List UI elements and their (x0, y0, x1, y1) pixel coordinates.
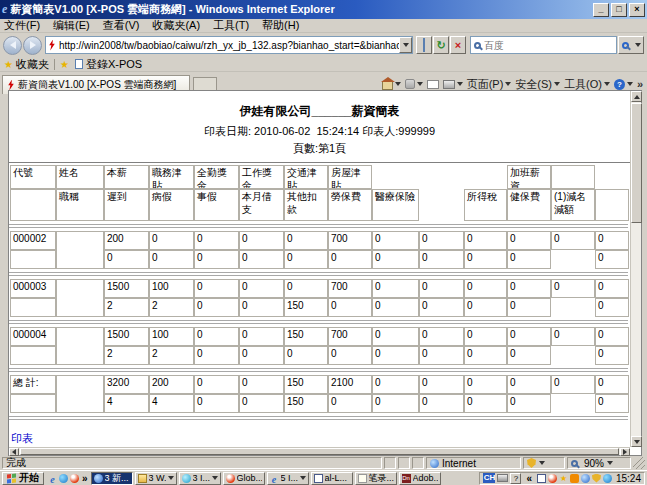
menu-item-5[interactable]: 帮助(H) (262, 18, 299, 33)
table-cell: 0 (419, 250, 464, 269)
menu-item-1[interactable]: 编辑(E) (53, 18, 90, 33)
table-cell: 0 (595, 327, 629, 346)
restore-button[interactable]: □ (611, 3, 627, 17)
row-separator (9, 320, 628, 324)
print-button[interactable] (443, 80, 463, 89)
table-cell: 0 (507, 375, 551, 394)
compatibility-view-button[interactable] (416, 36, 432, 54)
protected-mode-pane[interactable] (523, 457, 565, 469)
back-button[interactable] (3, 36, 22, 55)
table-cell: 0 (328, 346, 372, 365)
add-favorite-icon[interactable]: ★ (60, 59, 69, 70)
shield-icon[interactable] (592, 474, 601, 483)
table-cell: 2 (149, 346, 194, 365)
favorite-page-icon (75, 59, 83, 69)
start-label: 开始 (19, 471, 39, 485)
taskbar-button-4[interactable]: e5 I... (267, 472, 309, 485)
taskbar-button-5[interactable]: al-L... (311, 472, 353, 485)
help-tray-button[interactable]: ? (510, 473, 521, 484)
help-button[interactable]: ? (614, 79, 633, 90)
table-cell: 0 (507, 298, 551, 317)
favorites-button[interactable]: 收藏夹 (16, 57, 49, 72)
horizontal-scroll-thumb[interactable] (20, 448, 619, 455)
table-cell: 0 (595, 346, 629, 365)
taskbar-button-2[interactable]: 3 I... (179, 472, 221, 485)
messenger-icon[interactable] (59, 474, 68, 483)
title-bar: e 薪資簡表V1.00 [X-POS 雲端商務網] - Windows Inte… (0, 0, 647, 19)
employee-name (56, 375, 104, 413)
vertical-scroll-thumb[interactable] (631, 103, 642, 223)
taskbar-button-0[interactable]: 3 新... (91, 472, 133, 485)
forward-button[interactable] (23, 36, 42, 55)
header-cell: 病假 (149, 189, 194, 221)
quick-launch-overflow[interactable]: » (82, 473, 88, 484)
scroll-up-button[interactable] (631, 91, 642, 102)
status-bar: 完成 Internet 90% (0, 456, 647, 470)
stop-button[interactable]: × (450, 36, 466, 54)
language-indicator[interactable]: CH (483, 473, 495, 483)
table-cell: 0 (551, 327, 595, 346)
taskbar-button-3[interactable]: Glob... (223, 472, 265, 485)
table-cell: 0 (551, 279, 595, 298)
favorite-link[interactable]: 登錄X-POS (86, 57, 142, 72)
search-button[interactable] (618, 36, 644, 54)
globe-icon[interactable] (581, 474, 590, 483)
printer-tray-icon[interactable] (497, 474, 508, 482)
messenger-icon[interactable] (603, 474, 612, 483)
taskbar-button-6[interactable]: 笔录... (355, 472, 397, 485)
zoom-control[interactable]: 90% (567, 457, 631, 469)
scroll-left-button[interactable] (9, 448, 19, 456)
menu-item-4[interactable]: 工具(T) (213, 18, 249, 33)
header-cell: 本月借支 (239, 189, 284, 221)
employee-name (56, 327, 104, 365)
url-input[interactable] (59, 38, 399, 52)
notepad-icon (358, 474, 367, 483)
chevron-down-icon (403, 43, 409, 47)
horizontal-scrollbar[interactable] (9, 447, 630, 455)
update-icon[interactable] (570, 474, 579, 483)
qq-icon[interactable] (70, 474, 79, 483)
url-field[interactable] (45, 36, 413, 54)
taskbar-button-label: 3 I... (193, 473, 210, 483)
toolbar-overflow-button[interactable]: » (637, 78, 643, 90)
menu-item-3[interactable]: 收藏夹(A) (152, 18, 200, 33)
scroll-right-button[interactable] (620, 448, 630, 456)
qq-icon[interactable] (548, 474, 557, 483)
table-cell: 0 (507, 231, 551, 250)
table-cell: 0 (419, 346, 464, 365)
start-button[interactable]: 开始 (2, 472, 44, 485)
print-report-link[interactable]: 印表 (11, 431, 33, 446)
home-button[interactable] (382, 78, 401, 90)
taskbar-button-7[interactable]: DnAdob... (399, 472, 441, 485)
favorites-bar: ★ 收藏夹 ★ 登錄X-POS (0, 57, 647, 72)
search-box[interactable] (470, 36, 617, 54)
menu-item-2[interactable]: 查看(V) (103, 18, 140, 33)
url-dropdown-button[interactable] (399, 37, 412, 53)
menu-item-0[interactable]: 文件(F) (4, 18, 40, 33)
home-icon (382, 81, 393, 90)
minimize-button[interactable]: _ (593, 3, 609, 17)
star-icon[interactable]: ★ (559, 474, 568, 483)
window-title: 薪資簡表V1.00 [X-POS 雲端商務網] - Windows Intern… (10, 2, 591, 17)
read-mail-button[interactable] (427, 80, 439, 89)
arrow-right-icon (623, 449, 627, 455)
feeds-button[interactable] (405, 79, 423, 89)
table-cell: 0 (464, 279, 507, 298)
table-cell: 0 (372, 298, 419, 317)
resize-grip[interactable] (633, 457, 645, 469)
search-input[interactable] (484, 40, 616, 51)
taskbar: 开始 e » 3 新...3 W...3 I...Glob...e5 I...a… (0, 470, 647, 485)
header-cell: 工作獎金 (239, 165, 284, 189)
table-cell: 0 (372, 250, 419, 269)
status-text-pane: 完成 (2, 457, 382, 469)
ie-icon[interactable]: e (48, 474, 57, 483)
document-icon[interactable] (537, 474, 546, 483)
scroll-down-button[interactable] (631, 436, 642, 447)
vertical-scrollbar[interactable] (630, 91, 641, 447)
tray-collapse-button[interactable]: « (526, 473, 532, 484)
screen: { "window": { "title": "薪資簡表V1.00 [X-POS… (0, 0, 647, 485)
taskbar-button-1[interactable]: 3 W... (135, 472, 177, 485)
close-button[interactable]: × (629, 3, 645, 17)
table-cell: 0 (419, 279, 464, 298)
refresh-button[interactable]: ↻ (433, 36, 449, 54)
